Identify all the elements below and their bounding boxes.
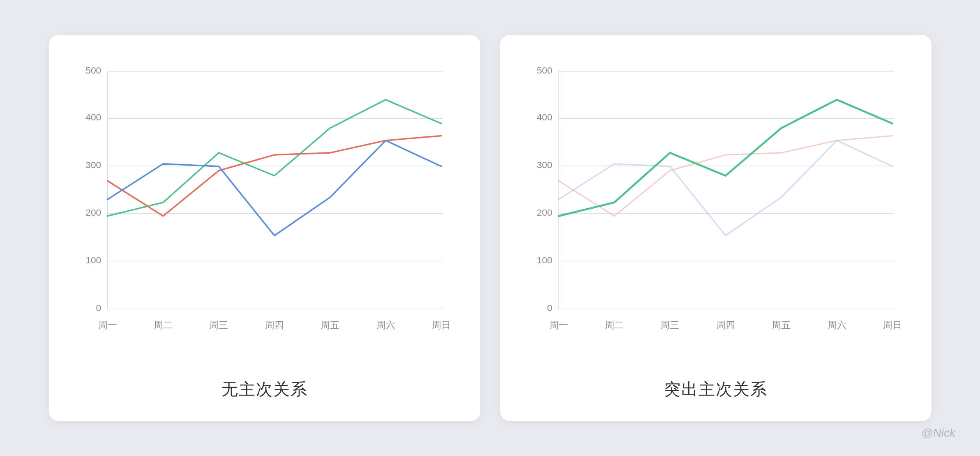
svg-text:周六: 周六 — [376, 320, 395, 330]
green-line-left — [107, 100, 441, 216]
chart-right: 0 100 200 300 400 500 周一 周二 周三 周四 周五 周六 … — [525, 60, 907, 363]
svg-text:300: 300 — [537, 159, 552, 170]
svg-text:周一: 周一 — [549, 320, 568, 330]
svg-text:500: 500 — [537, 65, 552, 76]
card-right: 0 100 200 300 400 500 周一 周二 周三 周四 周五 周六 … — [500, 35, 932, 421]
svg-text:周一: 周一 — [98, 320, 117, 330]
svg-text:周二: 周二 — [154, 320, 173, 330]
svg-text:周四: 周四 — [716, 320, 735, 330]
chart-right-title: 突出主次关系 — [664, 378, 768, 401]
svg-text:400: 400 — [537, 112, 552, 122]
page-container: 0 100 200 300 400 500 周一 周二 周三 周四 周五 周六 … — [0, 0, 980, 456]
watermark: @Nick — [921, 426, 955, 440]
svg-text:周四: 周四 — [265, 320, 284, 330]
svg-text:200: 200 — [537, 207, 552, 218]
svg-text:周五: 周五 — [321, 320, 339, 330]
svg-text:周三: 周三 — [209, 320, 228, 330]
svg-text:周三: 周三 — [660, 320, 679, 330]
svg-text:500: 500 — [85, 65, 101, 76]
card-left: 0 100 200 300 400 500 周一 周二 周三 周四 周五 周六 … — [49, 35, 480, 421]
svg-text:100: 100 — [85, 255, 101, 265]
svg-text:400: 400 — [85, 112, 101, 122]
svg-text:周六: 周六 — [827, 320, 846, 330]
svg-text:100: 100 — [537, 255, 552, 265]
svg-text:周五: 周五 — [772, 320, 791, 330]
svg-text:300: 300 — [85, 159, 101, 170]
svg-text:周二: 周二 — [605, 320, 624, 330]
svg-text:周日: 周日 — [883, 320, 902, 330]
chart-left-title: 无主次关系 — [221, 378, 308, 401]
svg-text:周日: 周日 — [431, 320, 450, 330]
green-line-right — [558, 100, 892, 216]
svg-text:200: 200 — [85, 207, 101, 218]
svg-text:0: 0 — [547, 302, 552, 313]
chart-left: 0 100 200 300 400 500 周一 周二 周三 周四 周五 周六 … — [74, 60, 456, 363]
svg-text:0: 0 — [96, 302, 101, 313]
